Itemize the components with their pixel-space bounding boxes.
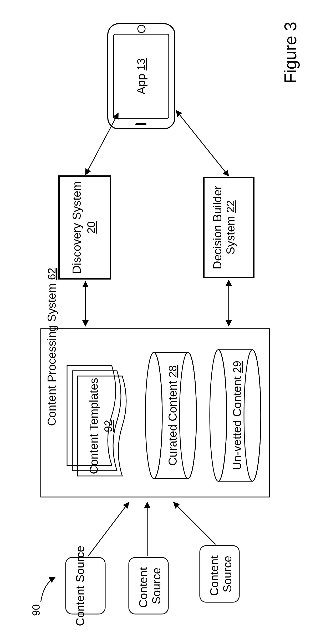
- figure-label: Figure 3: [281, 22, 300, 84]
- discovery-system: Discovery System 20: [59, 176, 110, 279]
- unvetted-content-label: Un-vetted Content 29: [231, 361, 243, 470]
- content-source-3-label: Content Source: [208, 552, 234, 596]
- device-home-button-icon: [138, 25, 145, 33]
- content-templates: Content Templates 92: [67, 366, 126, 476]
- content-templates-label: Content Templates: [87, 378, 100, 474]
- app-label: App 13: [135, 58, 147, 94]
- arrow-decision-app: [176, 110, 229, 176]
- content-source-1: Content Source: [66, 546, 105, 626]
- decision-builder-system: Decision Builder System 22: [204, 178, 254, 277]
- discovery-system-label: Discovery System: [70, 181, 83, 274]
- decision-builder-line2: System 22: [224, 200, 237, 255]
- content-source-2: Content Source: [129, 557, 168, 614]
- discovery-system-ref: 20: [85, 221, 97, 234]
- decision-builder-line1: Decision Builder: [211, 186, 224, 269]
- app-device: App 13: [108, 24, 175, 129]
- svg-point-5: [145, 352, 162, 479]
- caption-pointer: [41, 577, 55, 602]
- content-processing-system: Content Processing System 62 Content Tem…: [41, 268, 269, 497]
- device-speaker-icon: [135, 123, 146, 125]
- unvetted-content-db: Un-vetted Content 29: [210, 350, 261, 481]
- figure-3-diagram: 90 Content Source Content Source Content…: [0, 0, 326, 644]
- caption-number: 90: [30, 604, 42, 616]
- svg-point-7: [210, 350, 227, 481]
- arrow-discovery-app: [85, 113, 118, 175]
- arrow-source1-cps: [88, 502, 129, 556]
- curated-content-db: Curated Content 28: [145, 352, 196, 479]
- content-source-1-label: Content Source: [74, 546, 86, 626]
- cps-title: Content Processing System 62: [45, 268, 58, 426]
- content-source-3: Content Source: [200, 546, 239, 602]
- arrow-source3-cps: [174, 502, 216, 544]
- content-templates-ref: 92: [102, 420, 114, 432]
- content-source-2-label: Content Source: [137, 564, 163, 608]
- curated-content-label: Curated Content 28: [166, 365, 179, 466]
